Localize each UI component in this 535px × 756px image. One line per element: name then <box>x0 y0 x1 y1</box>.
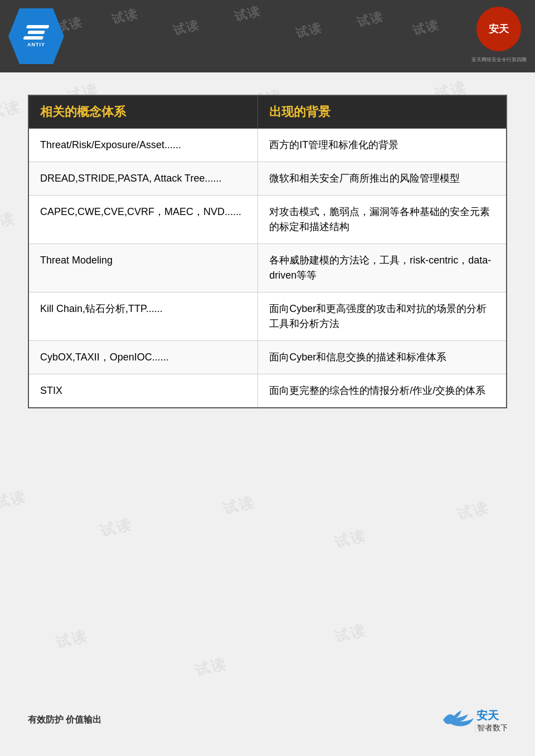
logo: ANTIY <box>8 8 64 64</box>
bwm18: 试读 <box>221 492 257 519</box>
table-cell-right: 西方的IT管理和标准化的背景 <box>258 129 507 162</box>
table-cell-right: 面向更完整的综合性的情报分析/作业/交换的体系 <box>258 374 507 408</box>
logo-text: ANTIY <box>27 42 45 47</box>
bwm16: 试读 <box>0 486 29 514</box>
table-cell-right: 面向Cyber和信息交换的描述和标准体系 <box>258 341 507 374</box>
bwm19: 试读 <box>332 525 368 553</box>
table-cell-left: Kill Chain,钻石分析,TTP...... <box>28 292 258 341</box>
wm3: 试读 <box>171 16 201 39</box>
table-header-row: 相关的概念体系 出现的背景 <box>28 95 507 129</box>
wm6: 试读 <box>355 8 385 31</box>
header-right-subtitle: 安天网络安全令行第四圈 <box>471 56 527 64</box>
table-cell-left: DREAD,STRIDE,PASTA, Attack Tree...... <box>28 162 258 196</box>
wm2: 试读 <box>110 5 140 28</box>
table-cell-right: 微软和相关安全厂商所推出的风险管理模型 <box>258 162 507 196</box>
footer-logo-area: 安天 智者数下 <box>440 706 507 734</box>
table-row: CAPEC,CWE,CVE,CVRF，MAEC，NVD......对攻击模式，脆… <box>28 196 507 244</box>
logo-line-1 <box>26 25 50 28</box>
col2-header: 出现的背景 <box>258 95 507 129</box>
table-cell-left: STIX <box>28 374 258 408</box>
table-body: Threat/Risk/Exposure/Asset......西方的IT管理和… <box>28 129 507 408</box>
svg-text:智者数下: 智者数下 <box>477 723 507 732</box>
bwm23: 试读 <box>332 620 368 647</box>
wm5: 试读 <box>294 19 324 42</box>
svg-text:安天: 安天 <box>488 23 509 35</box>
table-row: STIX面向更完整的综合性的情报分析/作业/交换的体系 <box>28 374 507 408</box>
table-cell-left: CAPEC,CWE,CVE,CVRF，MAEC，NVD...... <box>28 196 258 244</box>
table-row: Kill Chain,钻石分析,TTP......面向Cyber和更高强度的攻击… <box>28 292 507 341</box>
logo-line-3 <box>23 36 44 40</box>
table-cell-left: Threat Modeling <box>28 244 258 292</box>
table-cell-right: 各种威胁建模的方法论，工具，risk-centric，data-driven等等 <box>258 244 507 292</box>
table-cell-right: 对攻击模式，脆弱点，漏洞等各种基础的安全元素的标定和描述结构 <box>258 196 507 244</box>
footer-brand-logo: 安天 智者数下 <box>440 706 507 734</box>
wm7: 试读 <box>411 16 441 39</box>
table-row: CybOX,TAXII，OpenIOC......面向Cyber和信息交换的描述… <box>28 341 507 374</box>
logo-line-2 <box>27 31 45 34</box>
table-cell-left: CybOX,TAXII，OpenIOC...... <box>28 341 258 374</box>
main-content: 相关的概念体系 出现的背景 Threat/Risk/Exposure/Asset… <box>0 72 535 425</box>
svg-text:安天: 安天 <box>476 709 499 721</box>
footer: 有效防护 价值输出 安天 智者数下 <box>0 706 535 734</box>
bwm21: 试读 <box>54 626 90 653</box>
bwm20: 试读 <box>455 498 491 525</box>
col1-header: 相关的概念体系 <box>28 95 258 129</box>
header-watermarks: 试读 试读 试读 试读 试读 试读 试读 <box>0 0 535 72</box>
table-row: DREAD,STRIDE,PASTA, Attack Tree......微软和… <box>28 162 507 196</box>
bwm17: 试读 <box>98 514 134 542</box>
wm4: 试读 <box>232 2 262 25</box>
bwm22: 试读 <box>193 653 229 681</box>
logo-lines <box>23 25 50 40</box>
header: ANTIY 试读 试读 试读 试读 试读 试读 试读 安天 安天网络安全令行第四… <box>0 0 535 72</box>
table-cell-right: 面向Cyber和更高强度的攻击和对抗的场景的分析工具和分析方法 <box>258 292 507 341</box>
brand-icon: 安天 <box>475 6 523 53</box>
concept-table: 相关的概念体系 出现的背景 Threat/Risk/Exposure/Asset… <box>28 95 507 408</box>
header-right: 安天 安天网络安全令行第四圈 <box>471 6 527 64</box>
footer-slogan: 有效防护 价值输出 <box>28 714 101 726</box>
table-row: Threat/Risk/Exposure/Asset......西方的IT管理和… <box>28 129 507 162</box>
table-row: Threat Modeling各种威胁建模的方法论，工具，risk-centri… <box>28 244 507 292</box>
table-cell-left: Threat/Risk/Exposure/Asset...... <box>28 129 258 162</box>
